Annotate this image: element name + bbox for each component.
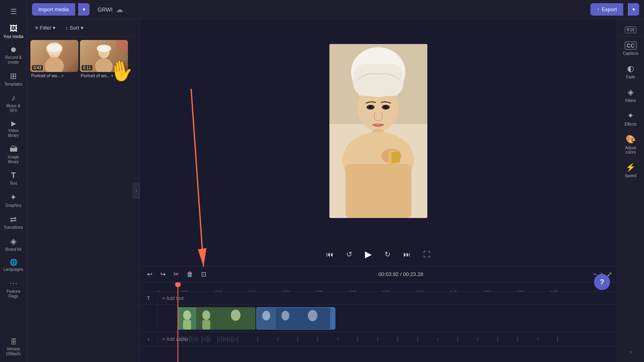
speed-icon: ⚡ [626, 162, 636, 172]
media-panel: ≡ Filter ▾ ↕ Sort ▾ [27, 19, 140, 362]
filters-label: Filters [625, 98, 636, 103]
sort-button[interactable]: ↕ Sort ▾ [62, 23, 86, 32]
sidebar-item-languages[interactable]: 🌐 Languages [2, 256, 26, 274]
collapse-panel-button[interactable]: ‹ [133, 183, 140, 199]
sidebar-label-graphics: Graphics [5, 203, 21, 208]
menu-icon[interactable]: ☰ [6, 3, 21, 20]
svg-rect-45 [189, 336, 190, 342]
text-track-content[interactable]: + Add text [158, 292, 617, 304]
sidebar-item-image-library[interactable]: 🏔 Image library [2, 142, 26, 167]
svg-rect-23 [391, 152, 400, 163]
audio-track-label: ♪ [140, 336, 158, 342]
svg-point-38 [308, 310, 317, 321]
add-text-button[interactable]: + Add text [162, 296, 184, 301]
right-panel-speed[interactable]: ⚡ Speed [619, 159, 643, 181]
skip-back-button[interactable]: ⏮ [324, 248, 336, 261]
your-media-icon: 🖼 [10, 24, 18, 33]
sidebar-label-feature-flags: Feature Flags [3, 289, 24, 299]
text-track-label: T [140, 295, 158, 301]
skip-forward-button[interactable]: ⏭ [401, 248, 413, 261]
svg-rect-81 [557, 336, 558, 342]
filter-chevron-icon: ▾ [53, 25, 56, 31]
svg-rect-73 [397, 336, 398, 342]
media-dropdown-icon-1[interactable]: ▾ [62, 74, 64, 78]
import-media-button[interactable]: Import media [32, 3, 75, 16]
sidebar-item-brand-kit[interactable]: ◈ Brand kit [2, 234, 26, 254]
preview-video-inner [329, 44, 427, 218]
speed-label: Speed [625, 174, 636, 178]
svg-rect-30 [202, 320, 210, 330]
right-panel-adjust-colors[interactable]: 🎨 Adjustcolors [619, 131, 643, 158]
svg-rect-70 [337, 338, 338, 341]
sidebar-label-transitions: Transitions [4, 225, 23, 230]
media-item-2[interactable]: 0:11 Portrait of wo... ▾ [80, 40, 128, 79]
svg-rect-3 [46, 44, 62, 52]
sidebar-label-text: Text [10, 181, 17, 186]
svg-rect-52 [205, 337, 206, 342]
undo-button[interactable]: ↩ [145, 269, 155, 280]
svg-rect-54 [209, 337, 210, 341]
player-controls: ⏮ ↺ ▶ ↻ ⏭ ⛶ [140, 243, 617, 266]
media-dropdown-icon-2[interactable]: ▾ [111, 74, 113, 78]
timeline-content: 0 0:05 0:10 0:15 0:20 0:25 0:30 0:35 0:4… [140, 282, 617, 362]
media-grid: 0:43 Portrait of wo... ▾ [27, 37, 140, 82]
audio-track-content[interactable]: + Add audio [158, 332, 617, 346]
record-icon: ⏺ [10, 46, 17, 54]
delete-button[interactable]: 🗑 [184, 269, 195, 280]
right-panel-fade[interactable]: ◐ Fade [619, 60, 643, 82]
video-clip-2[interactable]: ⋮ [256, 307, 335, 330]
play-button[interactable]: ▶ [363, 247, 374, 262]
cloud-save-icon[interactable]: ☁ [116, 5, 123, 14]
fullscreen-button[interactable]: ⛶ [421, 248, 433, 261]
right-panel-filters[interactable]: ◈ Filters [619, 84, 643, 106]
sidebar-label-brand: Brand kit [6, 247, 21, 252]
sidebar-item-video-library[interactable]: ▶ Video library [2, 117, 26, 140]
cut-button[interactable]: ✂ [171, 269, 181, 280]
video-clip-1[interactable] [177, 307, 255, 330]
timeline-area: ↩ ↪ ✂ 🗑 ⊡ 00:03.92 / 00:23.28 − + ⤢ [140, 266, 617, 362]
forward-button[interactable]: ↻ [382, 248, 393, 261]
svg-rect-78 [497, 336, 498, 342]
sidebar-item-templates[interactable]: ⊞ Templates [2, 69, 26, 89]
svg-rect-48 [195, 336, 196, 342]
import-dropdown-button[interactable]: ▾ [78, 3, 90, 16]
effects-icon: ✦ [627, 111, 634, 120]
svg-rect-67 [277, 337, 278, 341]
right-panel-effects[interactable]: ✦ Effects [619, 108, 643, 130]
filter-button[interactable]: ≡ Filter ▾ [32, 23, 59, 32]
sidebar-item-feature-flags[interactable]: ⋯ Feature Flags [2, 276, 26, 301]
sidebar-item-text[interactable]: T Text [2, 168, 26, 188]
export-button[interactable]: ↑ Export [590, 3, 623, 16]
sidebar-item-record-create[interactable]: ⏺ Record &create [2, 43, 26, 67]
sidebar-item-your-media[interactable]: 🖼 Your media [2, 22, 26, 42]
svg-rect-60 [227, 336, 228, 342]
right-panel-collapse-button[interactable]: › [630, 348, 632, 356]
sidebar-item-graphics[interactable]: ✦ Graphics [2, 190, 26, 210]
svg-rect-65 [237, 336, 238, 342]
sidebar-label-version: Version106ba3c [6, 347, 21, 356]
right-panel-captions[interactable]: CC Captions [619, 38, 643, 59]
timeline-timecode: 00:03.92 / 00:23.28 [379, 271, 423, 277]
feature-flags-icon: ⋯ [10, 278, 18, 288]
crop-button[interactable]: ⊡ [199, 269, 209, 280]
help-button[interactable]: ? [594, 274, 610, 290]
svg-rect-49 [197, 337, 198, 341]
sidebar-label-music: Music & SFX [3, 104, 24, 113]
templates-icon: ⊞ [10, 71, 17, 81]
svg-rect-68 [297, 336, 298, 342]
sidebar-item-music-sfx[interactable]: ♪ Music & SFX [2, 91, 26, 116]
svg-rect-77 [477, 337, 478, 341]
captions-icon: CC [625, 42, 636, 50]
text-icon: T [11, 171, 16, 180]
clip2-preview [88, 40, 120, 72]
export-dropdown-button[interactable]: ▾ [628, 3, 639, 16]
rewind-button[interactable]: ↺ [344, 248, 355, 261]
svg-rect-62 [231, 336, 232, 342]
svg-rect-71 [357, 336, 358, 342]
sidebar-item-transitions[interactable]: ⇄ Transitions [2, 212, 26, 232]
redo-button[interactable]: ↪ [158, 269, 168, 280]
music-icon: ♪ [12, 93, 16, 102]
svg-point-18 [384, 106, 387, 108]
media-item[interactable]: 0:43 Portrait of wo... ▾ [30, 40, 78, 79]
sidebar-label-record: Record &create [5, 55, 22, 65]
